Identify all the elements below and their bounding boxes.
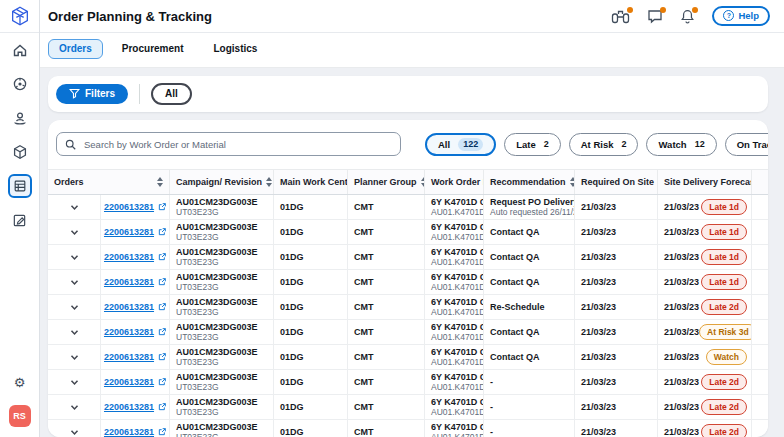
status-badge: Late 1d: [701, 224, 747, 240]
expand-row-button[interactable]: [48, 345, 101, 369]
feedback-button[interactable]: [647, 9, 663, 24]
tab-orders[interactable]: Orders: [48, 39, 103, 59]
table-row: 2200613281 AU01CM23DG003E UT03E23G 01DG …: [48, 420, 768, 437]
pill-count: 2: [544, 139, 549, 149]
campaign-cell: AU01CM23DG003E UT03E23G: [170, 370, 274, 394]
sidebar-item-work-orders[interactable]: [8, 208, 32, 232]
expand-row-button[interactable]: [48, 370, 101, 394]
recommendation-text: Contact QA: [490, 277, 568, 288]
column-header-required-on-site[interactable]: Required On Site: [575, 170, 658, 194]
saved-filter-all-button[interactable]: All: [151, 83, 192, 105]
expand-row-button[interactable]: [48, 295, 101, 319]
status-filter-pills: All122Late2At Risk2Watch12On Track106: [425, 133, 768, 156]
expand-row-button[interactable]: [48, 320, 101, 344]
expand-row-button[interactable]: [48, 420, 101, 437]
order-link[interactable]: 2200613281: [104, 227, 166, 237]
status-badge: Late 2d: [701, 424, 747, 437]
notification-dot: [692, 7, 698, 13]
sidebar-item-home[interactable]: [8, 38, 32, 62]
expand-row-button[interactable]: [48, 270, 101, 294]
column-header-site-delivery-forecast[interactable]: Site Delivery Forecast: [658, 170, 752, 194]
notifications-button[interactable]: [680, 9, 695, 24]
status-pill-late[interactable]: Late2: [504, 133, 561, 156]
order-link[interactable]: 2200613281: [104, 277, 166, 287]
sidebar-item-inventory[interactable]: [8, 140, 32, 164]
column-header-planner-group[interactable]: Planner Group: [348, 170, 425, 194]
work-order-description: 6Y K4701D GBC: [431, 197, 477, 208]
tab-procurement[interactable]: Procurement: [111, 39, 195, 59]
help-button[interactable]: ? Help: [712, 6, 770, 26]
recommendation-subtext: Auto requested 26/11/23: [490, 207, 568, 217]
campaign-cell: AU01CM23DG003E UT03E23G: [170, 220, 274, 244]
revision-id: UT03E23G: [176, 382, 267, 392]
filters-button[interactable]: Filters: [56, 84, 128, 104]
recommendation-cell: Contact QA: [484, 270, 575, 294]
sidebar-item-demand-planning[interactable]: [8, 72, 32, 96]
recommendation-text: Contact QA: [490, 227, 568, 238]
expand-row-button[interactable]: [48, 395, 101, 419]
campaign-cell: AU01CM23DG003E UT03E23G: [170, 295, 274, 319]
work-order-des-cell: 6Y K4701D GBO AU01.K4701D: [425, 420, 484, 437]
column-header-campaign[interactable]: Campaign/ Revision: [170, 170, 274, 194]
planner-group-cell: CMT: [348, 395, 425, 419]
forecast-cell: 21/03/23 Late 1d: [658, 220, 752, 244]
work-order-des-cell: 6Y K4701D GBO AU01.K4701D: [425, 295, 484, 319]
order-link[interactable]: 2200613281: [104, 427, 166, 437]
table-row: 2200613281 AU01CM23DG003E UT03E23G 01DG …: [48, 195, 768, 220]
expand-row-button[interactable]: [48, 220, 101, 244]
tab-logistics[interactable]: Logistics: [202, 39, 268, 59]
sidebar-item-order-planning[interactable]: [8, 174, 32, 198]
app-logo[interactable]: [0, 0, 39, 33]
status-pill-all[interactable]: All122: [425, 133, 496, 156]
work-centre-value: 01DG: [280, 227, 341, 238]
order-number: 2200613281: [104, 227, 154, 237]
supply-chain-cube-icon: [9, 5, 31, 27]
recommendation-cell: Re-Schedule: [484, 295, 575, 319]
recommendation-text: Contact QA: [490, 327, 568, 338]
expand-row-button[interactable]: [48, 195, 101, 219]
order-number: 2200613281: [104, 277, 154, 287]
sidebar-item-settings[interactable]: ⚙: [8, 370, 32, 394]
order-link[interactable]: 2200613281: [104, 327, 166, 337]
search-input[interactable]: [82, 138, 392, 151]
notification-dot: [627, 7, 633, 13]
order-cell: 2200613281: [101, 245, 170, 269]
work-order-code: AU01.K4701D: [431, 257, 477, 267]
order-link[interactable]: 2200613281: [104, 352, 166, 362]
forecast-cell: 21/03/23 At Risk 3d: [658, 320, 752, 344]
forecast-date: 21/03/23: [664, 302, 699, 313]
help-label: Help: [738, 10, 759, 21]
order-link[interactable]: 2200613281: [104, 402, 166, 412]
search-box[interactable]: [56, 132, 401, 156]
column-header-recommendation[interactable]: Recommendation: [484, 170, 575, 194]
work-centre-value: 01DG: [280, 402, 341, 413]
page-title: Order Planning & Tracking: [48, 9, 212, 24]
order-link[interactable]: 2200613281: [104, 377, 166, 387]
order-link[interactable]: 2200613281: [104, 202, 166, 212]
revision-id: UT03E23G: [176, 432, 267, 437]
status-pill-watch[interactable]: Watch12: [646, 133, 716, 156]
planner-group-value: CMT: [354, 302, 418, 313]
status-pill-on-track[interactable]: On Track106: [725, 133, 768, 156]
campaign-id: AU01CM23DG003E: [176, 347, 267, 358]
column-header-work-centre[interactable]: Main Work Centre: [274, 170, 348, 194]
order-link[interactable]: 2200613281: [104, 302, 166, 312]
order-link[interactable]: 2200613281: [104, 252, 166, 262]
column-header-work-order-des[interactable]: Work Order Des: [425, 170, 484, 194]
recommendation-cell: Request PO Delivery Date Auto requested …: [484, 195, 575, 219]
status-badge: Late 2d: [701, 374, 747, 390]
status-pill-at-risk[interactable]: At Risk2: [569, 133, 639, 156]
column-header-orders[interactable]: Orders: [48, 170, 170, 194]
search-orders-button[interactable]: [611, 9, 630, 24]
external-link-icon: [158, 378, 166, 386]
required-on-site-cell: 21/03/23: [575, 195, 658, 219]
expand-row-button[interactable]: [48, 245, 101, 269]
order-number: 2200613281: [104, 377, 154, 387]
location-person-icon: [12, 110, 28, 126]
work-order-code: AU01.K4701D: [431, 382, 477, 392]
required-on-site-cell: 21/03/23: [575, 420, 658, 437]
planner-group-cell: CMT: [348, 295, 425, 319]
campaign-cell: AU01CM23DG003E UT03E23G: [170, 345, 274, 369]
user-avatar[interactable]: RS: [9, 405, 31, 427]
sidebar-item-network[interactable]: [8, 106, 32, 130]
